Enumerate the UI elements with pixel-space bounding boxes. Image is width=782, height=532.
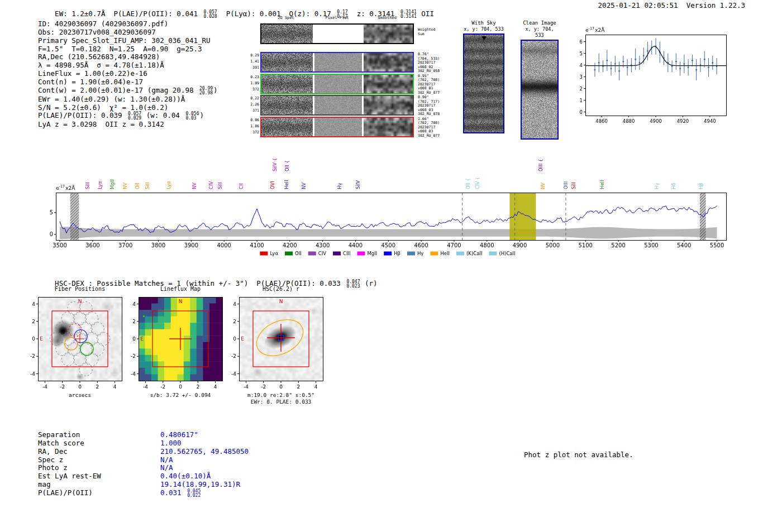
match-row-label: mag	[38, 480, 51, 488]
plae-frac-2: 0.0560.03	[185, 112, 199, 121]
fiber-positions-cutout: Fiber Positions arcsecs	[24, 285, 136, 399]
match-row: Match score1.000	[38, 439, 284, 448]
match-row-label: RA, Dec	[38, 447, 68, 456]
match-row-label: Separation	[38, 430, 80, 439]
full-spectrum-plot	[45, 148, 748, 260]
twod-rows-host: Weighted Sum0.291.413910.76" (704, 533) …	[250, 16, 446, 141]
fiber-positions-xlabel: arcsecs	[24, 392, 136, 399]
clean-image-coords: x, y: 704, 533	[520, 26, 559, 39]
twod-row-value: 1.86	[250, 123, 259, 130]
line-fit-plot	[567, 25, 751, 134]
match-row-label: Match score	[38, 439, 84, 447]
with-sky-panel: With Sky x, y: 704, 533	[463, 20, 504, 133]
with-sky-title: With Sky	[463, 20, 504, 26]
match-row-value: 0.40(±0.10)Å	[160, 472, 211, 481]
twod-row-value: 391	[250, 65, 259, 71]
match-row-value: 0.031 0.0450.022	[160, 489, 201, 498]
frac-lo: 0.023	[346, 284, 360, 289]
line-flux: LineFlux = 1.00(±0.22)e-16	[38, 70, 218, 78]
timestamp-version: 2025-01-21 02:05:51 Version 1.22.3	[598, 2, 745, 10]
match-row: Photo zN/A	[38, 464, 284, 472]
smoothed-spec-image	[364, 118, 413, 136]
with-sky-fiber-image	[463, 33, 504, 133]
twod-row	[260, 74, 414, 94]
lineflux-map-cutout: Lineflux Map s/b: 3.72 +/- 0.094	[125, 285, 236, 399]
observation-id: Obs: 20230717v008_4029036097	[38, 28, 218, 37]
match-row: RA, Dec210.562765, 49.485050	[38, 448, 284, 456]
lineflux-map-image	[125, 294, 236, 392]
twod-row-values: 0.222.26371	[250, 95, 259, 114]
seeing-throughput: F=1.5" T=0.182 N=1.25 A=0.90 g=25.3	[38, 45, 218, 54]
clean-image-title: Clean Image	[520, 20, 559, 26]
match-header-band: (r)	[360, 279, 377, 287]
twod-row-value: 0.23	[250, 74, 259, 80]
match-row-value: 0.480617"	[160, 431, 198, 439]
twod-row-values: 0.231.09372	[250, 74, 259, 93]
twod-row	[260, 95, 414, 116]
detection-id: ID: 4029036097 (4029036097.pdf)	[38, 20, 218, 28]
plae-frac-1: 0.0570.029	[128, 112, 141, 121]
smoothed-spec-image	[364, 96, 413, 114]
fiber-positions-title: Fiber Positions	[24, 285, 136, 294]
match-row-label: Spec z	[38, 456, 63, 464]
match-row-label: Est LyA rest-EW	[38, 472, 101, 480]
match-row: Separation0.480617"	[38, 431, 284, 439]
match-properties-table: Separation0.480617"Match score1.000RA, D…	[38, 431, 284, 497]
pixel-flat-blank	[314, 25, 362, 43]
match-row: P(LAE)/P(OII)0.031 0.0450.022	[38, 489, 284, 497]
twod-spec-image	[261, 53, 313, 71]
twod-row-annotation: 0.90" (702, 717) 20230717 v008_03 302_RU…	[418, 95, 440, 117]
twod-spectra-panel: 2D Spec Pixel Flat Smoothed Weighted Sum…	[250, 16, 446, 141]
cont-w-close: )	[213, 86, 218, 94]
twod-row-value: 0.29	[250, 52, 259, 59]
smoothed-spec-image	[364, 53, 413, 71]
twod-row-value: 372	[250, 130, 259, 136]
redshift-solutions: LyA z = 3.0298 OII z = 0.3142	[38, 121, 218, 129]
hsc-r-image	[225, 294, 337, 392]
twod-row-value: 371	[250, 108, 259, 114]
primary-spec-slot: Primary Spec_Slot_IFU_AMP: 302_036_041_R…	[38, 37, 218, 45]
match-row-value: N/A	[160, 464, 173, 472]
fiber-positions-image	[24, 294, 136, 392]
cont-w-text: Cont(w) = 2.00(±0.01)e-17 (gmag 20.98	[38, 86, 198, 94]
clean-fiber-image	[521, 40, 559, 140]
pixel-flat-image	[314, 53, 362, 71]
twod-row	[260, 52, 414, 73]
pixel-flat-image	[314, 96, 362, 114]
match-row: mag19.14(18.99,19.31)R	[38, 481, 284, 489]
plae-uncertainty-frac: 0.0570.028	[204, 10, 217, 19]
match-row: Est LyA rest-EW0.40(±0.10)Å	[38, 472, 284, 481]
twod-spec-image	[261, 96, 313, 114]
equivalent-width: EWr = 1.40(±0.29) (w: 1.30(±0.28))Å	[38, 95, 218, 104]
frac-lo: 20.98	[199, 91, 213, 95]
gmag-uncertainty-frac: 20.9920.98	[199, 87, 213, 95]
clean-image-panel: Clean Image x, y: 704, 533	[520, 20, 559, 140]
ra-dec: RA,Dec (210.562683,49.484928)	[38, 53, 218, 61]
frac-lo: 0.022	[187, 493, 201, 498]
twod-spec-image	[261, 118, 313, 136]
twod-row-value: 2.26	[250, 102, 259, 108]
frac-lo: 0.028	[204, 15, 217, 19]
match-plae-frac: 0.0470.023	[346, 280, 360, 289]
twod-spec-image	[261, 25, 313, 43]
match-row-label: P(LAE)/P(OII)	[38, 488, 93, 497]
twod-row-value: 372	[250, 87, 259, 93]
twod-row-values: 0.061.86372	[250, 117, 259, 136]
pixel-flat-image	[314, 75, 362, 93]
lineflux-sb-caption: s/b: 3.72 +/- 0.094	[125, 392, 236, 399]
detection-info-block: ID: 4029036097 (4029036097.pdf) Obs: 202…	[38, 20, 218, 129]
twod-spec-image	[261, 75, 313, 93]
frac-lo: 0.03	[185, 116, 199, 121]
plae-close: )	[200, 111, 204, 119]
hsc-mag-caption: m:19.0 re:2.8" s:0.5"	[225, 392, 337, 399]
twod-row-values: 0.291.41391	[250, 52, 259, 71]
smoothed-spec-image	[364, 75, 413, 93]
twod-row-value: 0.22	[250, 95, 259, 102]
plae-text: P(LAE)/P(OII): 0.039	[38, 111, 126, 119]
twod-row-value: 1.41	[250, 59, 259, 65]
wavelength-sigma: λ = 4898.95Å σ = 4.78(±1.18)Å	[38, 61, 218, 70]
pixel-flat-image	[314, 118, 362, 136]
twod-row-annotation: 0.95" (702, 708) 20230717 v008_01 302_RU…	[418, 74, 440, 95]
continuum-n: Cont(n) = 1.90(±0.04)e-17	[38, 78, 218, 87]
twod-row-annotation: 1.66" (702, 708) 20230717 v008_03 302_RU…	[418, 117, 440, 138]
